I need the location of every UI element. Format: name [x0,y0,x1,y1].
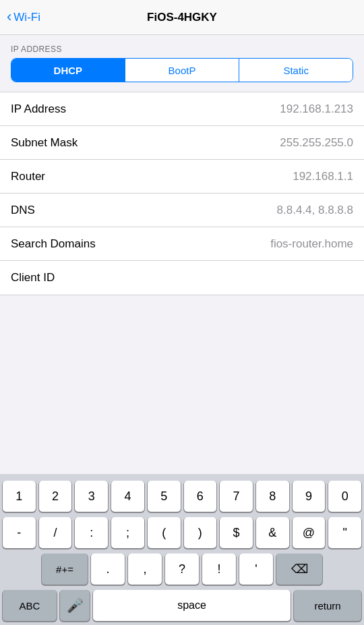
abc-key[interactable]: ABC [3,590,57,621]
nav-back-label: Wi-Fi [13,11,40,24]
keyboard-row-bottom: ABC 🎤 space return [3,590,361,621]
key-5[interactable]: 5 [148,481,181,512]
table-row: DNS 8.8.4.4, 8.8.8.8 [0,194,364,227]
return-key[interactable]: return [294,590,361,621]
key-7[interactable]: 7 [220,481,253,512]
row-value-ip-address: 192.168.1.213 [280,102,353,116]
key-close-paren[interactable]: ) [184,517,217,548]
key-ampersand[interactable]: & [256,517,289,548]
key-period[interactable]: . [91,554,125,585]
delete-key[interactable]: ⌫ [276,554,322,585]
delete-icon: ⌫ [291,562,308,576]
keyboard-row-numbers: 1 2 3 4 5 6 7 8 9 0 [3,481,361,512]
nav-title: FiOS-4HGKY [147,11,217,24]
key-slash[interactable]: / [39,517,72,548]
row-label-search-domains: Search Domains [11,237,96,251]
space-key[interactable]: space [93,590,291,621]
keyboard: 1 2 3 4 5 6 7 8 9 0 - / : ; ( ) $ & @ " … [0,474,364,625]
key-0[interactable]: 0 [328,481,361,512]
keyboard-row-symbols: - / : ; ( ) $ & @ " [3,517,361,548]
key-9[interactable]: 9 [293,481,326,512]
key-6[interactable]: 6 [184,481,217,512]
key-2[interactable]: 2 [39,481,72,512]
row-label-ip-address: IP Address [11,102,66,116]
key-question[interactable]: ? [165,554,199,585]
microphone-icon: 🎤 [67,597,84,614]
row-value-search-domains: fios-router.home [270,237,353,251]
key-at[interactable]: @ [293,517,326,548]
key-4[interactable]: 4 [111,481,144,512]
ip-settings-table: IP Address 192.168.1.213 Subnet Mask 255… [0,92,364,295]
table-row: Subnet Mask 255.255.255.0 [0,126,364,160]
nav-bar: ‹ Wi-Fi FiOS-4HGKY [0,0,364,35]
row-label-subnet-mask: Subnet Mask [11,136,78,150]
ip-address-section-label: IP ADDRESS [0,35,364,58]
row-value-dns: 8.8.4.4, 8.8.8.8 [277,204,353,217]
key-semicolon[interactable]: ; [111,517,144,548]
key-minus[interactable]: - [3,517,36,548]
chevron-left-icon: ‹ [7,9,11,24]
key-exclamation[interactable]: ! [202,554,236,585]
ip-mode-segmented-control: DHCP BootP Static [11,58,353,82]
row-label-router: Router [11,170,45,183]
table-row: Client ID [0,261,364,295]
nav-back-button[interactable]: ‹ Wi-Fi [7,10,40,24]
row-value-subnet-mask: 255.255.255.0 [280,136,353,150]
key-1[interactable]: 1 [3,481,36,512]
row-label-client-id: Client ID [11,271,55,285]
key-colon[interactable]: : [75,517,108,548]
key-quote[interactable]: " [328,517,361,548]
key-hash-plus-equal[interactable]: #+= [42,554,88,585]
key-8[interactable]: 8 [256,481,289,512]
key-open-paren[interactable]: ( [148,517,181,548]
bootp-tab[interactable]: BootP [125,59,239,82]
table-row: Router 192.168.1.1 [0,160,364,194]
key-comma[interactable]: , [128,554,162,585]
static-tab[interactable]: Static [239,59,353,82]
table-row: Search Domains fios-router.home [0,227,364,261]
row-value-router: 192.168.1.1 [293,170,353,183]
table-row: IP Address 192.168.1.213 [0,92,364,126]
key-dollar[interactable]: $ [220,517,253,548]
row-label-dns: DNS [11,204,35,217]
keyboard-row-third: #+= . , ? ! ' ⌫ [3,554,361,585]
dhcp-tab[interactable]: DHCP [11,59,125,82]
key-apostrophe[interactable]: ' [239,554,273,585]
microphone-key[interactable]: 🎤 [60,590,90,621]
key-3[interactable]: 3 [75,481,108,512]
